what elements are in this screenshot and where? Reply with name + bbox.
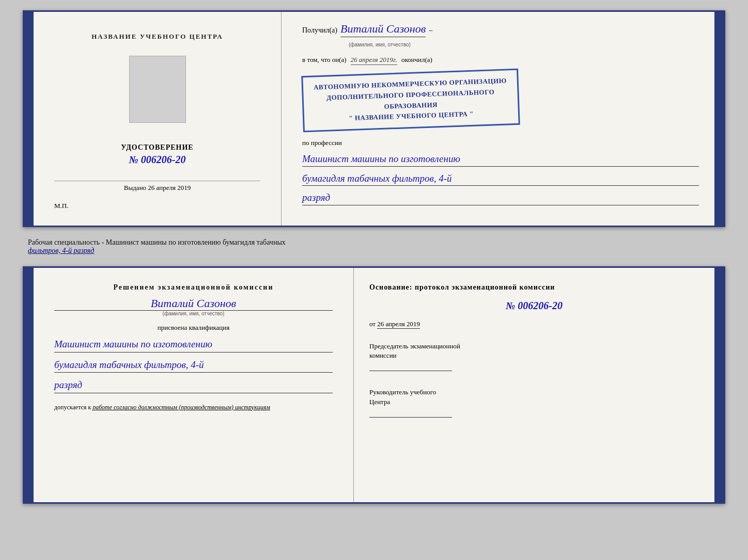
kvali-line3: разряд <box>54 378 333 393</box>
bottom-left-panel: Решением экзаменационной комиссии Витали… <box>34 268 354 502</box>
chairman-signature-line <box>369 371 452 371</box>
udostoverenie-title: УДОСТОВЕРЕНИЕ <box>121 143 193 152</box>
vtom-date: 26 апреля 2019г. <box>351 56 397 65</box>
rukov-line1: Руководитель учебного <box>369 388 699 397</box>
chairman-line1: Председатель экзаменационной <box>369 342 699 351</box>
vtom-line: в том, что он(а) 26 апреля 2019г. окончи… <box>302 56 699 65</box>
rukov-signature-line <box>369 417 452 418</box>
profession-line1: Машинист машины по изготовлению <box>302 152 699 167</box>
vtom-prefix: в том, что он(а) <box>302 56 347 64</box>
protocol-number: № 006206-20 <box>369 300 699 312</box>
middle-text-1: Рабочая специальность - Машинист машины … <box>28 238 286 246</box>
reshen-title: Решением экзаменационной комиссии <box>54 283 333 292</box>
spine-right-bottom <box>714 268 724 502</box>
dopusk-italic: работе согласно должностным (производств… <box>92 404 270 411</box>
chairman-block: Председатель экзаменационной комиссии <box>369 342 699 371</box>
profession-line2: бумагидля табачных фильтров, 4-й <box>302 172 699 186</box>
bottom-document: Решением экзаменационной комиссии Витали… <box>23 266 725 504</box>
ot-label: от <box>369 320 376 328</box>
ot-date-line: от 26 апреля 2019 <box>369 320 699 328</box>
middle-text-block: Рабочая специальность - Машинист машины … <box>23 235 725 258</box>
poluchil-prefix: Получил(а) <box>302 26 337 35</box>
udostoverenie-block: УДОСТОВЕРЕНИЕ № 006206-20 <box>121 143 193 166</box>
fio-sub-bottom: (фамилия, имя, отчество) <box>54 311 333 316</box>
photo-placeholder <box>129 56 186 123</box>
dopusk-prefix: допускается к <box>54 404 91 411</box>
prisvoena-text: присвоена квалификация <box>54 324 333 332</box>
vydano-line: Выдано 26 апреля 2019 <box>54 181 260 192</box>
kvali-line2: бумагидля табачных фильтров, 4-й <box>54 358 333 373</box>
spine-right-top <box>714 12 724 226</box>
vydano-label: Выдано <box>124 184 146 191</box>
stamp-block: АВТОНОМНУЮ НЕКОММЕРЧЕСКУЮ ОРГАНИЗАЦИЮ ДО… <box>301 69 520 133</box>
poluchil-line: Получил(а) Виталий Сазонов – <box>302 22 699 37</box>
ot-date: 26 апреля 2019 <box>377 320 420 329</box>
top-document: НАЗВАНИЕ УЧЕБНОГО ЦЕНТРА УДОСТОВЕРЕНИЕ №… <box>23 10 725 227</box>
okonchil-suffix: окончил(а) <box>401 56 432 64</box>
top-right-panel: Получил(а) Виталий Сазонов – (фамилия, и… <box>282 12 714 226</box>
spine-left <box>24 12 34 226</box>
chairman-line2: комиссии <box>369 351 699 360</box>
profession-line3: разряд <box>302 191 699 205</box>
person-name-top: Виталий Сазонов <box>340 22 426 37</box>
person-name-bottom: Виталий Сазонов <box>54 297 333 311</box>
po-professii: по профессии <box>302 139 699 147</box>
mp-label: М.П. <box>54 202 68 210</box>
rukov-line2: Центра <box>369 397 699 407</box>
middle-text-2: фильтров, 4-й разряд <box>28 247 94 254</box>
spine-left-bottom <box>24 268 34 502</box>
rukov-block: Руководитель учебного Центра <box>369 388 699 417</box>
bottom-right-panel: Основание: протокол экзаменационной коми… <box>354 268 714 502</box>
fio-sub-top: (фамилия, имя, отчество) <box>349 42 411 47</box>
kvali-line1: Машинист машины по изготовлению <box>54 337 333 353</box>
vydano-date: 26 апреля 2019 <box>148 184 191 191</box>
udostoverenie-number: № 006206-20 <box>121 154 193 166</box>
top-left-panel: НАЗВАНИЕ УЧЕБНОГО ЦЕНТРА УДОСТОВЕРЕНИЕ №… <box>34 12 282 226</box>
osnov-title: Основание: протокол экзаменационной коми… <box>369 283 699 292</box>
center-label-top: НАЗВАНИЕ УЧЕБНОГО ЦЕНТРА <box>91 33 223 41</box>
dopuskaetsya-line: допускается к работе согласно должностны… <box>54 404 333 411</box>
